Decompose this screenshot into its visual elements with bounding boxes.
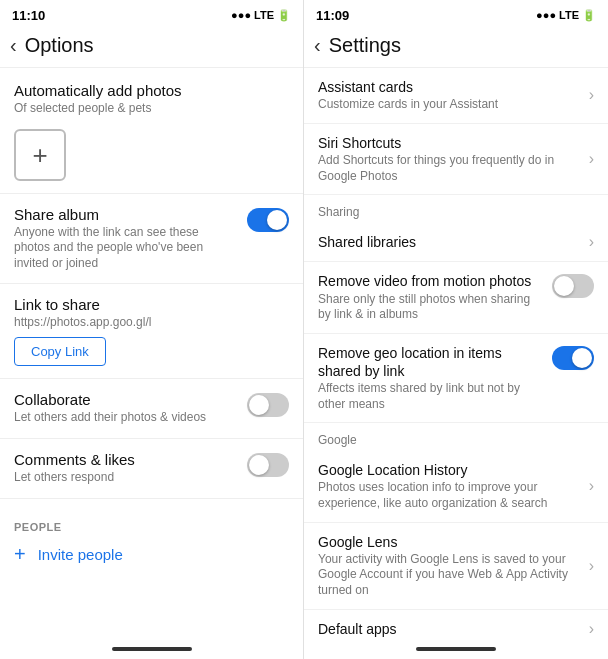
auto-add-subtitle: Of selected people & pets — [14, 101, 289, 117]
people-section-label: PEOPLE — [0, 511, 303, 539]
right-time: 11:09 — [316, 8, 349, 23]
add-photo-button[interactable]: + — [14, 129, 66, 181]
right-page-title: Settings — [329, 34, 401, 57]
left-page-title: Options — [25, 34, 94, 57]
left-home-indicator — [0, 639, 303, 659]
shared-libraries-title: Shared libraries — [318, 233, 581, 251]
remove-video-toggle[interactable] — [552, 274, 594, 298]
share-album-row: Share album Anyone with the link can see… — [0, 206, 303, 272]
left-back-button[interactable]: ‹ — [10, 34, 17, 57]
shared-libraries-chevron: › — [589, 233, 594, 251]
assistant-cards-text: Assistant cards Customize cards in your … — [318, 78, 581, 113]
left-status-bar: 11:10 ●●● LTE 🔋 — [0, 0, 303, 28]
left-content: Automatically add photos Of selected peo… — [0, 68, 303, 639]
default-apps-title: Default apps — [318, 620, 581, 638]
siri-shortcuts-row[interactable]: Siri Shortcuts Add Shortcuts for things … — [304, 124, 608, 195]
right-status-icons: ●●● LTE 🔋 — [536, 9, 596, 22]
siri-shortcuts-text: Siri Shortcuts Add Shortcuts for things … — [318, 134, 581, 184]
comments-title: Comments & likes — [14, 451, 237, 468]
remove-video-title: Remove video from motion photos — [318, 272, 544, 290]
remove-geo-toggle-knob — [572, 348, 592, 368]
google-section-label: Google — [304, 423, 608, 451]
google-lens-subtitle: Your activity with Google Lens is saved … — [318, 552, 581, 599]
remove-geo-text: Remove geo location in items shared by l… — [318, 344, 544, 413]
share-album-text: Share album Anyone with the link can see… — [14, 206, 237, 272]
comments-row: Comments & likes Let others respond — [0, 451, 303, 486]
divider-1 — [0, 193, 303, 194]
shared-libraries-text: Shared libraries — [318, 233, 581, 251]
default-apps-text: Default apps — [318, 620, 581, 638]
comments-toggle[interactable] — [247, 453, 289, 477]
left-panel: 11:10 ●●● LTE 🔋 ‹ Options Automatically … — [0, 0, 304, 659]
remove-geo-toggle[interactable] — [552, 346, 594, 370]
google-location-title: Google Location History — [318, 461, 581, 479]
siri-shortcuts-chevron: › — [589, 150, 594, 168]
left-header: ‹ Options — [0, 28, 303, 68]
right-lte-label: LTE — [559, 9, 579, 21]
share-album-toggle[interactable] — [247, 208, 289, 232]
comments-subtitle: Let others respond — [14, 470, 237, 486]
siri-shortcuts-title: Siri Shortcuts — [318, 134, 581, 152]
left-lte-label: LTE — [254, 9, 274, 21]
share-album-toggle-knob — [267, 210, 287, 230]
collaborate-toggle[interactable] — [247, 393, 289, 417]
right-content: Assistant cards Customize cards in your … — [304, 68, 608, 639]
right-home-indicator — [304, 639, 608, 659]
google-location-text: Google Location History Photos uses loca… — [318, 461, 581, 511]
default-apps-row[interactable]: Default apps › — [304, 610, 608, 639]
link-to-share-title: Link to share — [14, 296, 289, 313]
collaborate-row: Collaborate Let others add their photos … — [0, 391, 303, 426]
share-album-title: Share album — [14, 206, 237, 223]
right-battery-icon: 🔋 — [582, 9, 596, 22]
collaborate-toggle-knob — [249, 395, 269, 415]
comments-toggle-knob — [249, 455, 269, 475]
left-battery-icon: 🔋 — [277, 9, 291, 22]
right-status-bar: 11:09 ●●● LTE 🔋 — [304, 0, 608, 28]
sharing-section-label: Sharing — [304, 195, 608, 223]
comments-text: Comments & likes Let others respond — [14, 451, 237, 486]
auto-add-section: Automatically add photos Of selected peo… — [0, 68, 303, 117]
remove-video-toggle-knob — [554, 276, 574, 296]
invite-plus-icon: + — [14, 543, 26, 566]
google-lens-title: Google Lens — [318, 533, 581, 551]
google-location-row[interactable]: Google Location History Photos uses loca… — [304, 451, 608, 522]
remove-video-text: Remove video from motion photos Share on… — [318, 272, 544, 322]
left-home-bar — [112, 647, 192, 651]
left-status-icons: ●●● LTE 🔋 — [231, 9, 291, 22]
assistant-cards-row[interactable]: Assistant cards Customize cards in your … — [304, 68, 608, 124]
shared-libraries-row[interactable]: Shared libraries › — [304, 223, 608, 262]
assistant-cards-chevron: › — [589, 86, 594, 104]
link-to-share-section: Link to share https://photos.app.goo.gl/… — [0, 296, 303, 366]
right-panel: 11:09 ●●● LTE 🔋 ‹ Settings Assistant car… — [304, 0, 608, 659]
left-time: 11:10 — [12, 8, 45, 23]
remove-video-row: Remove video from motion photos Share on… — [304, 262, 608, 333]
right-header: ‹ Settings — [304, 28, 608, 68]
divider-5 — [0, 498, 303, 499]
google-location-subtitle: Photos uses location info to improve you… — [318, 480, 581, 511]
share-album-subtitle: Anyone with the link can see these photo… — [14, 225, 237, 272]
right-signal-icon: ●●● — [536, 9, 556, 21]
remove-video-subtitle: Share only the still photos when sharing… — [318, 292, 544, 323]
invite-people-label: Invite people — [38, 546, 123, 563]
assistant-cards-title: Assistant cards — [318, 78, 581, 96]
link-url-text: https://photos.app.goo.gl/l — [14, 315, 289, 329]
divider-3 — [0, 378, 303, 379]
siri-shortcuts-subtitle: Add Shortcuts for things you frequently … — [318, 153, 581, 184]
right-back-button[interactable]: ‹ — [314, 34, 321, 57]
google-location-chevron: › — [589, 477, 594, 495]
google-lens-text: Google Lens Your activity with Google Le… — [318, 533, 581, 599]
auto-add-title: Automatically add photos — [14, 82, 289, 99]
remove-geo-row: Remove geo location in items shared by l… — [304, 334, 608, 424]
assistant-cards-subtitle: Customize cards in your Assistant — [318, 97, 581, 113]
right-home-bar — [416, 647, 496, 651]
collaborate-title: Collaborate — [14, 391, 237, 408]
left-signal-icon: ●●● — [231, 9, 251, 21]
divider-4 — [0, 438, 303, 439]
google-lens-row[interactable]: Google Lens Your activity with Google Le… — [304, 523, 608, 610]
collaborate-subtitle: Let others add their photos & videos — [14, 410, 237, 426]
google-lens-chevron: › — [589, 557, 594, 575]
remove-geo-subtitle: Affects items shared by link but not by … — [318, 381, 544, 412]
remove-geo-title: Remove geo location in items shared by l… — [318, 344, 544, 380]
invite-people-row[interactable]: + Invite people — [0, 539, 303, 580]
copy-link-button[interactable]: Copy Link — [14, 337, 106, 366]
